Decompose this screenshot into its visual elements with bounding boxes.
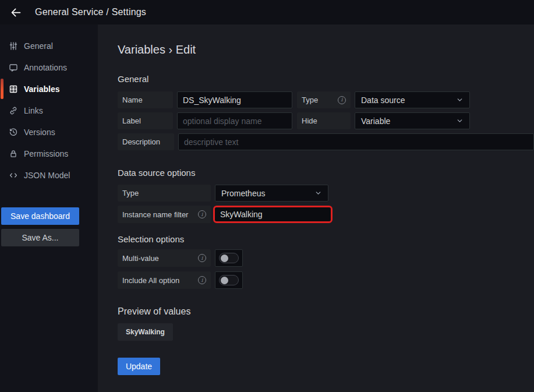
general-section-heading: General (118, 74, 534, 84)
datasource-section-heading: Data source options (118, 168, 534, 178)
info-icon[interactable]: i (198, 210, 206, 218)
toggle-knob (221, 277, 228, 284)
multi-value-toggle[interactable] (215, 249, 243, 267)
multi-value-row: Multi-value i (118, 249, 534, 267)
description-field-label: Description (118, 133, 174, 150)
name-type-row: Name Type i Data source (118, 91, 534, 108)
sidebar-actions: Save dashboard Save As... (0, 207, 98, 246)
include-all-label: Include All option i (118, 271, 211, 289)
preview-values: SkyWalking (118, 323, 534, 341)
chevron-down-icon (456, 96, 464, 104)
preview-value-chip: SkyWalking (118, 323, 173, 341)
type-field-label: Type i (297, 91, 351, 108)
back-button[interactable] (6, 2, 26, 22)
datasource-type-row: Type Prometheus (118, 185, 534, 202)
hide-field-label: Hide (297, 112, 351, 129)
name-field-label: Name (118, 91, 173, 108)
sidebar-item-label: General (24, 41, 53, 51)
multi-value-label: Multi-value i (118, 249, 211, 267)
sidebar-item-label: Versions (24, 128, 55, 137)
sidebar-item-general[interactable]: General (0, 35, 98, 56)
code-icon (8, 171, 18, 180)
arrow-left-icon (10, 6, 22, 19)
sidebar-item-permissions[interactable]: Permissions (0, 143, 98, 164)
sidebar-item-label: Variables (24, 84, 60, 94)
sidebar-item-versions[interactable]: Versions (0, 121, 98, 143)
sliders-icon (8, 41, 18, 51)
sidebar-item-variables[interactable]: Variables (0, 78, 98, 100)
save-dashboard-button[interactable]: Save dashboard (1, 207, 79, 225)
sidebar-item-label: Annotations (24, 63, 67, 72)
sidebar-item-links[interactable]: Links (0, 100, 98, 121)
update-button[interactable]: Update (118, 358, 160, 375)
highlight-annotation-box (213, 206, 333, 223)
selection-form: Multi-value i Include All option i (118, 249, 534, 289)
sidebar-item-label: JSON Model (24, 171, 70, 180)
datasource-type-value: Prometheus (221, 189, 265, 198)
settings-sidebar: General Annotations Variables Links (0, 24, 98, 392)
sidebar-item-annotations[interactable]: Annotations (0, 56, 98, 78)
hide-select-value: Variable (361, 116, 390, 126)
sidebar-item-label: Permissions (24, 149, 68, 158)
label-field-label: Label (118, 112, 173, 129)
link-icon (8, 106, 18, 115)
datasource-form: Type Prometheus Instance name filter i (118, 185, 534, 223)
info-icon[interactable]: i (338, 96, 346, 104)
info-icon[interactable]: i (198, 254, 206, 262)
general-form: Name Type i Data source Label Hide Varia… (118, 91, 534, 150)
chevron-down-icon (456, 117, 464, 125)
selection-section-heading: Selection options (118, 234, 534, 244)
include-all-row: Include All option i (118, 271, 534, 289)
type-select-value: Data source (361, 96, 405, 105)
top-header: General Service / Settings (0, 0, 534, 24)
history-icon (8, 128, 18, 137)
grid-icon (8, 84, 18, 94)
breadcrumb: Variables › Edit (118, 43, 534, 56)
save-as-button[interactable]: Save As... (1, 229, 79, 246)
preview-section-heading: Preview of values (118, 306, 534, 317)
chevron-down-icon (314, 189, 322, 197)
settings-content-panel: Variables › Edit General Name Type i Dat… (98, 24, 534, 392)
sidebar-item-json-model[interactable]: JSON Model (0, 164, 98, 186)
type-select[interactable]: Data source (355, 91, 470, 108)
datasource-type-select[interactable]: Prometheus (215, 185, 328, 202)
datasource-type-label: Type (118, 185, 211, 202)
instance-filter-input[interactable] (215, 207, 331, 221)
description-input[interactable] (178, 133, 534, 150)
lock-icon (8, 149, 18, 158)
description-row: Description (118, 133, 534, 150)
toggle-knob (221, 255, 228, 262)
toggle-track (219, 275, 239, 285)
label-hide-row: Label Hide Variable (118, 112, 534, 129)
toggle-track (219, 253, 239, 263)
page-title: General Service / Settings (35, 7, 146, 17)
sidebar-item-label: Links (24, 106, 43, 115)
name-input[interactable] (177, 91, 292, 108)
include-all-toggle[interactable] (215, 271, 243, 289)
instance-filter-row: Instance name filter i (118, 206, 534, 223)
label-input[interactable] (177, 112, 292, 129)
hide-select[interactable]: Variable (355, 112, 470, 129)
comment-icon (8, 63, 18, 72)
instance-filter-label: Instance name filter i (118, 206, 211, 223)
active-indicator-bar (1, 79, 3, 99)
info-icon[interactable]: i (198, 276, 206, 284)
